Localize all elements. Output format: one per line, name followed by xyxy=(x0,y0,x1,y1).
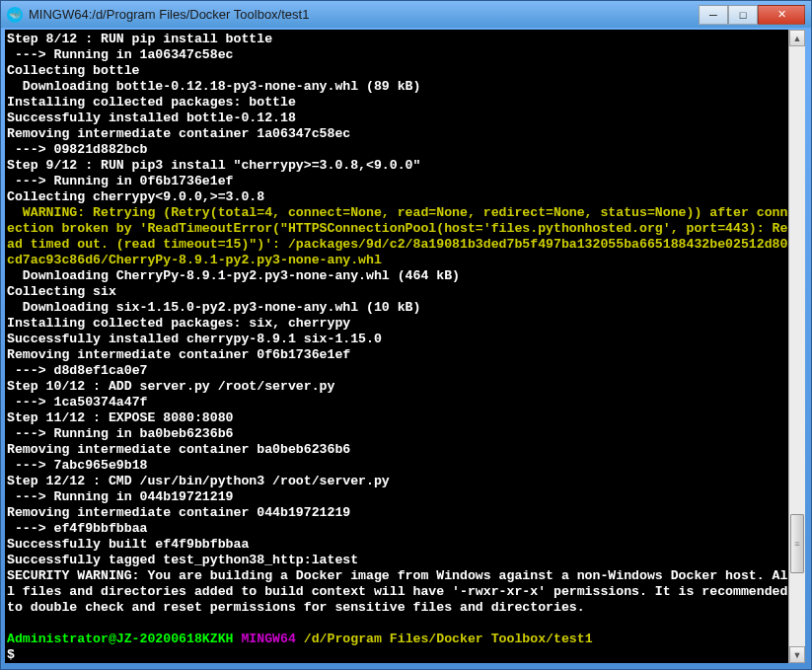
maximize-button[interactable]: □ xyxy=(728,5,758,25)
terminal-output[interactable]: Step 8/12 : RUN pip install bottle ---> … xyxy=(5,30,788,663)
window-title: MINGW64:/d/Program Files/Docker Toolbox/… xyxy=(29,7,699,22)
scrollbar[interactable]: ▲ ≡ ▼ xyxy=(788,30,805,663)
terminal-window: 🐳 MINGW64:/d/Program Files/Docker Toolbo… xyxy=(0,0,812,670)
scrollbar-thumb[interactable]: ≡ xyxy=(790,514,804,573)
terminal-area: Step 8/12 : RUN pip install bottle ---> … xyxy=(5,30,805,663)
close-button[interactable]: ✕ xyxy=(758,5,805,25)
window-controls: ─ □ ✕ xyxy=(699,5,805,25)
minimize-button[interactable]: ─ xyxy=(699,5,728,25)
docker-icon: 🐳 xyxy=(7,7,23,23)
titlebar[interactable]: 🐳 MINGW64:/d/Program Files/Docker Toolbo… xyxy=(1,1,811,28)
scroll-up-button[interactable]: ▲ xyxy=(789,30,805,46)
scrollbar-track[interactable]: ≡ xyxy=(789,46,805,646)
scroll-down-button[interactable]: ▼ xyxy=(789,646,805,663)
